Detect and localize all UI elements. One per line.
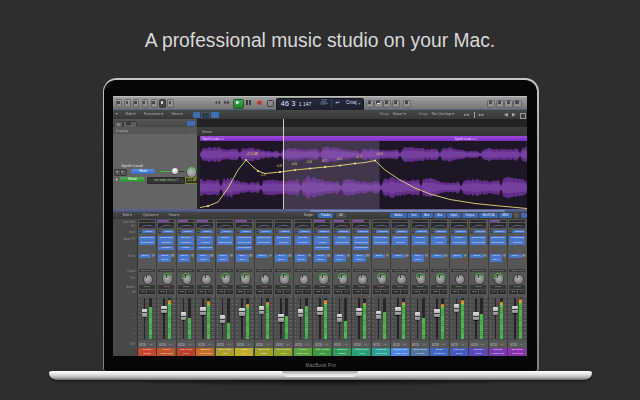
svg-text:-0.6: -0.6 xyxy=(306,160,312,164)
svg-text:-0.2: -0.2 xyxy=(356,155,362,159)
svg-text:-0.5: -0.5 xyxy=(336,157,342,161)
svg-text:-0.8: -0.8 xyxy=(276,163,282,167)
svg-text:+2.2 dB: +2.2 dB xyxy=(246,151,259,155)
svg-text:-1.9: -1.9 xyxy=(260,172,266,176)
svg-text:-0.6: -0.6 xyxy=(291,161,297,165)
svg-text:-0.7: -0.7 xyxy=(321,158,327,162)
svg-text:+0.4: +0.4 xyxy=(376,152,383,156)
